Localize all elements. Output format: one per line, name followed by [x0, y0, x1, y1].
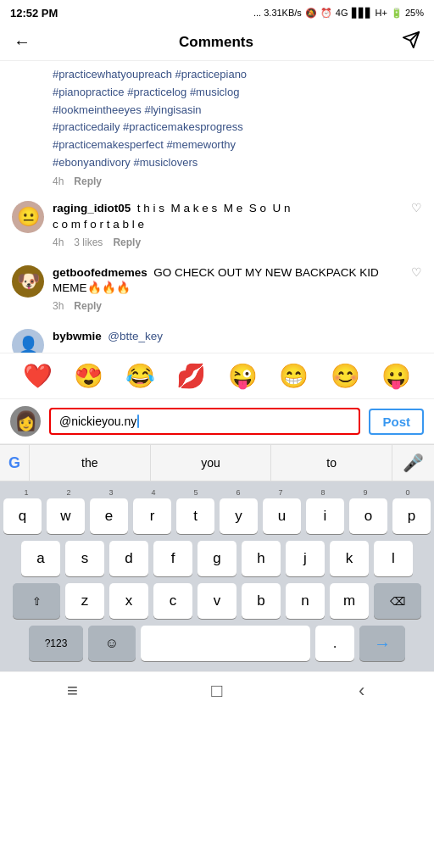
hashtag-meta: 4h Reply	[53, 175, 422, 187]
send-button[interactable]	[402, 31, 420, 53]
num-hint-3: 3	[92, 488, 131, 497]
reply-button-2[interactable]: Reply	[113, 236, 141, 248]
key-t[interactable]: t	[176, 498, 214, 534]
emoji-laugh[interactable]: 😂	[125, 362, 155, 390]
key-h[interactable]: h	[242, 541, 281, 576]
keyboard: 1 2 3 4 5 6 7 8 9 0 q w e r t y u i o p …	[0, 481, 434, 671]
avatar-4: 👤	[12, 329, 44, 353]
signal-bars: ▋▋▋	[352, 8, 372, 19]
comments-area: #practicewhatyoupreach #practicepiano #p…	[0, 61, 434, 353]
suggestion-to[interactable]: to	[270, 445, 392, 481]
space-key[interactable]	[141, 626, 310, 661]
keyboard-row-3: ⇧ z x c v b n m ⌫	[3, 583, 431, 619]
battery-icon: 🔋 25%	[391, 8, 424, 19]
key-l[interactable]: l	[374, 541, 413, 576]
reply-button-3[interactable]: Reply	[74, 300, 102, 312]
key-p[interactable]: p	[392, 498, 431, 534]
suggestion-the[interactable]: the	[29, 445, 150, 481]
status-bar: 12:52 PM ... 3.31KB/s 🔕 ⏰ 4G ▋▋▋ H+ 🔋 25…	[0, 0, 434, 24]
comment-input-area: 👩 @nickieyou.ny Post	[0, 399, 434, 444]
back-button[interactable]: ←	[14, 32, 31, 52]
num-hint-4: 4	[134, 488, 173, 497]
nav-menu[interactable]: ≡	[0, 680, 145, 702]
emoji-key[interactable]: ☺	[88, 626, 136, 661]
sound-icon: 🔕	[305, 8, 317, 19]
comment-text-2: raging_idiot05 t h i s M a k e s M e S o…	[53, 201, 403, 233]
heart-icon-2[interactable]: ♡	[411, 201, 422, 214]
nav-home[interactable]: □	[145, 680, 290, 702]
num-hint-6: 6	[219, 488, 258, 497]
num-hint-5: 5	[176, 488, 215, 497]
mic-button[interactable]: 🎤	[392, 445, 434, 481]
key-g[interactable]: g	[198, 541, 236, 576]
num-hint-7: 7	[261, 488, 300, 497]
key-f[interactable]: f	[153, 541, 192, 576]
num-hint-2: 2	[49, 488, 88, 497]
top-nav: ← Comments	[0, 24, 434, 61]
num-hint-9: 9	[346, 488, 385, 497]
key-x[interactable]: x	[109, 583, 148, 619]
suggestion-you[interactable]: you	[150, 445, 271, 481]
comment-meta-2: 4h 3 likes Reply	[53, 236, 403, 248]
suggestions-row: G the you to 🎤	[0, 444, 434, 481]
comment-row-4: 👤 bybwmie @btte_key	[0, 320, 434, 353]
nav-back[interactable]: ‹	[289, 680, 434, 702]
key-c[interactable]: c	[153, 583, 192, 619]
user-avatar: 👩	[10, 406, 41, 437]
key-r[interactable]: r	[133, 498, 171, 534]
key-j[interactable]: j	[286, 541, 325, 576]
key-n[interactable]: n	[286, 583, 325, 619]
comment-row-3: 🐶 getboofedmemes GO CHECK OUT MY NEW BAC…	[0, 257, 434, 321]
enter-key[interactable]: →	[359, 626, 405, 661]
key-u[interactable]: u	[263, 498, 301, 534]
username-4[interactable]: bybwmie	[53, 330, 102, 342]
username-3[interactable]: getboofedmemes	[53, 266, 147, 279]
time-2: 4h	[53, 236, 64, 248]
keyboard-row-2: a s d f g h j k l	[3, 541, 431, 576]
reply-button-1[interactable]: Reply	[74, 175, 102, 187]
backspace-key[interactable]: ⌫	[374, 583, 421, 619]
key-o[interactable]: o	[349, 498, 387, 534]
key-a[interactable]: a	[21, 541, 60, 576]
avatar-3: 🐶	[12, 265, 44, 298]
emoji-row: ❤️ 😍 😂 💋 😜 😁 😊 😛	[0, 353, 434, 399]
key-v[interactable]: v	[198, 583, 236, 619]
emoji-wink[interactable]: 😜	[228, 362, 258, 390]
username-2[interactable]: raging_idiot05	[53, 202, 131, 214]
post-button[interactable]: Post	[369, 409, 424, 435]
keyboard-row-1: q w e r t y u i o p	[3, 498, 431, 534]
input-text: @nickieyou.ny	[59, 415, 136, 428]
emoji-grin[interactable]: 😁	[279, 362, 309, 390]
emoji-tongue[interactable]: 😛	[381, 362, 411, 390]
comment-content-3: getboofedmemes GO CHECK OUT MY NEW BACKP…	[53, 265, 403, 313]
emoji-kiss[interactable]: 💋	[176, 362, 206, 390]
key-i[interactable]: i	[306, 498, 344, 534]
heart-icon-3[interactable]: ♡	[411, 265, 422, 279]
alarm-icon: ⏰	[320, 8, 332, 19]
comment-meta-3: 3h Reply	[53, 300, 403, 312]
shift-key[interactable]: ⇧	[13, 583, 60, 619]
comment-input-wrapper[interactable]: @nickieyou.ny	[49, 408, 360, 435]
emoji-heart-eyes[interactable]: 😍	[74, 362, 103, 390]
key-q[interactable]: q	[3, 498, 42, 534]
key-z[interactable]: z	[65, 583, 104, 619]
num-hint-1: 1	[7, 488, 46, 497]
key-k[interactable]: k	[330, 541, 369, 576]
period-key[interactable]: .	[315, 626, 354, 661]
key-s[interactable]: s	[65, 541, 104, 576]
comment-text-4: bybwmie @btte_key	[53, 329, 422, 345]
key-y[interactable]: y	[220, 498, 258, 534]
key-e[interactable]: e	[90, 498, 128, 534]
key-d[interactable]: d	[109, 541, 148, 576]
key-b[interactable]: b	[242, 583, 281, 619]
num-hint-0: 0	[388, 488, 427, 497]
number-hint-row: 1 2 3 4 5 6 7 8 9 0	[3, 488, 431, 497]
comment-hashtags: #practicewhatyoupreach #practicepiano #p…	[0, 61, 434, 192]
emoji-smile[interactable]: 😊	[331, 362, 360, 390]
emoji-heart[interactable]: ❤️	[23, 362, 53, 390]
keyboard-row-4: ?123 ☺ . →	[3, 626, 431, 661]
key-w[interactable]: w	[47, 498, 85, 534]
numbers-key[interactable]: ?123	[29, 626, 83, 661]
key-m[interactable]: m	[330, 583, 369, 619]
page-title: Comments	[179, 34, 253, 51]
